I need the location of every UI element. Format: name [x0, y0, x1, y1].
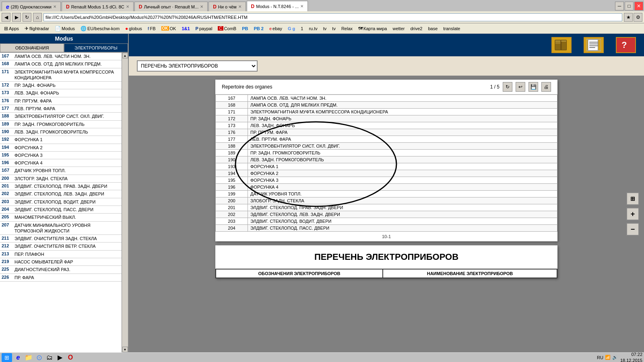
sidebar-list-item[interactable]: 203ЭЛДВИГ. СТЕКЛОПОД. ВОДИТ. ДВЕРИ — [0, 198, 122, 206]
bookmark-base[interactable]: base — [426, 26, 439, 31]
restore-btn[interactable]: □ — [625, 2, 634, 10]
table-row[interactable]: 172ПР. ЗАДН. ФОНАРЬ — [216, 115, 557, 122]
tab-close-modus[interactable]: ✕ — [300, 4, 303, 8]
bookmark-paypal[interactable]: P paypal — [194, 26, 214, 31]
bookmark-eu[interactable]: 🌐 EU/beschw-kom — [79, 25, 121, 32]
pdf-save-btn[interactable]: 💾 — [528, 82, 538, 92]
sidebar-list-item[interactable]: 1б7ДАТЧИК УРОВНЯ ТОПЛ. — [0, 167, 122, 175]
help-icon-btn[interactable]: ? — [616, 37, 636, 53]
tab-r2[interactable]: D Личный опыт · Renault M... ✕ — [134, 2, 208, 11]
table-row[interactable]: 177ЛЕВ. ПРТУМ. ФАРА — [216, 136, 557, 143]
table-row[interactable]: 194ФОРСУНКА 2 — [216, 170, 557, 177]
tools-btn[interactable]: ⚙ — [634, 13, 642, 22]
table-row[interactable]: 202ЭДЛВИГ. СТЕКЛОПОД. ЛЕВ. ЗАДН. ДВЕРИ — [216, 211, 557, 218]
address-input[interactable] — [43, 13, 622, 21]
table-row[interactable]: 171ЭЛЕКТРОМАГНИТНАЯ МУФТА КОМПРЕССОРА КО… — [216, 109, 557, 115]
table-row[interactable]: 203ЭЛДВИГ. СТЕКЛОПОД. ВОДИТ. ДВЕРИ — [216, 218, 557, 225]
bookmark-flightradar[interactable]: ✈ flightradar — [23, 25, 51, 32]
section-dropdown[interactable]: ПЕРЕЧЕНЬ ЭЛЕКТРОПРИБОРОВ — [137, 60, 258, 72]
pdf-back-btn[interactable]: ↩ — [516, 82, 525, 92]
ie-taskbar-icon[interactable]: e — [14, 353, 23, 362]
bookmark-rutv[interactable]: ru.tv — [307, 26, 319, 31]
files-taskbar-icon[interactable]: 🗂 — [45, 353, 54, 362]
pdf-viewer[interactable]: Repertoire des organes 1 / 5 ↻ ↩ 💾 🖨 167… — [129, 76, 644, 352]
opera-taskbar-icon[interactable]: O — [66, 353, 75, 362]
forward-btn[interactable]: ▶ — [12, 13, 21, 22]
bookmark-modus[interactable]: 📄 Modus — [53, 25, 76, 32]
sidebar-devices-btn[interactable]: ЭЛЕКТРОПРИБОРЫ — [64, 43, 128, 52]
bookmark-tv2[interactable]: tv — [330, 26, 337, 31]
tab-close-ok[interactable]: ✕ — [53, 4, 56, 9]
favorites-btn[interactable]: ★ — [624, 13, 633, 22]
document-icon-btn[interactable] — [584, 37, 604, 53]
bookmark-gg[interactable]: G g — [286, 26, 297, 31]
bookmark-pb[interactable]: PB — [240, 26, 250, 31]
pdf-print-btn[interactable]: 🖨 — [541, 82, 551, 92]
minimize-btn[interactable]: ─ — [615, 2, 624, 10]
bookmark-pb2[interactable]: PB 2 — [252, 26, 265, 31]
sidebar-list-item[interactable]: 226ПР. ФАРА — [0, 274, 122, 282]
zoom-fit-btn[interactable]: ⊞ — [626, 192, 639, 205]
sidebar-list-item[interactable]: 200ЗЛСТОГР. ЗАДН. СТЕКЛА — [0, 175, 122, 183]
reload-btn[interactable]: ↻ — [23, 13, 31, 22]
table-row[interactable]: 189ПР. ЗАДН. ГРОМКОГОВОРИТЕЛЬ — [216, 150, 557, 156]
book-icon-btn[interactable] — [551, 37, 572, 53]
sidebar-list-item[interactable]: 172ПР. ЗАДН. ФОНАРЬ — [0, 82, 122, 89]
scroll-up-arrow[interactable]: ▲ — [122, 53, 128, 58]
bookmark-ebay[interactable]: e ebay — [268, 26, 284, 31]
bookmark-1[interactable]: 1 — [299, 26, 305, 31]
sidebar-list-item[interactable]: 225ДИАГНОСТИЧЕСКИЙ РАЗ. — [0, 266, 122, 274]
bookmark-comb[interactable]: C ComB — [216, 26, 238, 31]
sidebar-list-item[interactable]: 173ЛЕВ. ЗАДН. ФОНАРЬ — [0, 89, 122, 97]
table-row[interactable]: 204ЭЛДВИГ. СТЕКЛОПОД. ПАСС. ДВЕРИ — [216, 225, 557, 232]
sidebar-list-item[interactable]: 195ФОРСУНКА 3 — [0, 152, 122, 159]
sidebar-scrollbar[interactable]: ▲ ▼ — [122, 53, 128, 352]
tab-modus[interactable]: D Modus - N.T.8246 - ... ✕ — [247, 1, 308, 11]
zoom-out-btn[interactable]: − — [626, 223, 639, 236]
tab-niochem[interactable]: D Ни о чём ✕ — [208, 2, 246, 11]
bookmark-tv[interactable]: tv — [322, 26, 328, 31]
media-taskbar-icon[interactable]: ▶ — [56, 353, 64, 362]
table-row[interactable]: 173ЛЕВ. ЗАДН. ФОНАРЬ — [216, 122, 557, 129]
sidebar-list-item[interactable]: 219НАСОС ОМЫВАТЕЛЕЙ ФАР — [0, 258, 122, 266]
bookmark-drive2[interactable]: drive2 — [409, 26, 424, 31]
bookmark-fb[interactable]: f FB — [146, 26, 157, 31]
bookmark-relax[interactable]: Relax — [340, 26, 354, 31]
sidebar-list-item[interactable]: 212ЭЛДВИГ. ОЧИСТИТЕЛЯ ВЕТР. СТЕКЛА — [0, 243, 122, 250]
table-row[interactable]: 196ФОРСУНКА 4 — [216, 184, 557, 191]
close-btn[interactable]: ✕ — [634, 2, 643, 10]
sidebar-list-item[interactable]: 201ЭЛДВИГ. СТЕКЛОПОД. ПРАВ. ЗАДН. ДВЕРИ — [0, 183, 122, 190]
sidebar-list-item[interactable]: 204ЭЛДВИГ. СТЕКЛОПОД. ПАСС. ДВЕРИ — [0, 206, 122, 214]
sidebar-list-item[interactable]: 213ПЕР. ПЛАФОН — [0, 251, 122, 258]
folder-taskbar-icon[interactable]: 📁 — [24, 353, 33, 362]
table-row[interactable]: 195ФОРСУНКА 3 — [216, 177, 557, 184]
table-row[interactable]: 167ЛАМПА ОСВ. ЛЕВ. ЧАСТИ НОМ. ЗН. — [216, 95, 557, 102]
sidebar-list-item[interactable]: 167ЛАМПА ОСВ. ЛЕВ. ЧАСТИ НОМ. ЗН. — [0, 53, 122, 60]
pdf-refresh-btn[interactable]: ↻ — [503, 82, 512, 92]
sidebar-list-item[interactable]: 192ФОРСУНКА 1 — [0, 136, 122, 144]
sidebar-list-item[interactable]: 190ЛЕВ. ЗАДН. ГРОМКОГОВОРИТЕЛЬ — [0, 128, 122, 136]
sidebar-list-item[interactable]: 189ПР. ЗАДН. ГРОМКОГОВОРИТЕЛЬ — [0, 121, 122, 128]
chrome-taskbar-icon[interactable]: ⊙ — [35, 353, 43, 362]
bookmark-translate[interactable]: translate — [442, 26, 462, 31]
back-btn[interactable]: ◀ — [2, 13, 10, 22]
sidebar-list-item[interactable]: 168ЛАМПА ОСВ. ОТД. ДЛЯ МЕЛКИХ ПРЕДМ. — [0, 60, 122, 68]
start-windows-icon[interactable]: ⊞ — [2, 353, 12, 362]
zoom-in-btn[interactable]: + — [626, 208, 639, 220]
table-row[interactable]: 188ЭЛЕКТРОВЕНТИЛЯТОР СИСТ. ОХЛ. ДВИГ. — [216, 143, 557, 150]
table-row[interactable]: 193ФОРСУНКА 1 — [216, 163, 557, 170]
tab-r1[interactable]: D Renault Modus 1.5 dCi. 8С ✕ — [62, 2, 134, 11]
sidebar-list-item[interactable]: 177ЛЕВ. ПРТУМ. ФАРА — [0, 105, 122, 113]
tab-close-r1[interactable]: ✕ — [126, 4, 129, 9]
sidebar-list-item[interactable]: 211ЭЛДВИГ. ОЧИСТИТЕЛЯ ЗАДН. СТЕКЛА — [0, 235, 122, 243]
sidebar-list-item[interactable]: 196ФОРСУНКА 4 — [0, 159, 122, 167]
sidebar-designations-btn[interactable]: ОБОЗНАЧЕНИЯ — [0, 43, 64, 52]
tab-close-r2[interactable]: ✕ — [200, 4, 203, 9]
table-row[interactable]: 190ЛЕВ. ЗАДН. ГРОМКОГОВОРИТЕЛЬ — [216, 156, 557, 163]
sidebar-list-item[interactable]: 176ПР. ПРТУМ. ФАРА — [0, 97, 122, 105]
sidebar-list-item[interactable]: 194ФОРСУНКА 2 — [0, 144, 122, 152]
tab-close-niochem[interactable]: ✕ — [238, 4, 242, 9]
home-btn[interactable]: ⌂ — [33, 13, 42, 22]
table-row[interactable]: 168ЛАМПА ОСВ. ОТД. ДЛЯ МЕЛКИХ ПРЕДМ. — [216, 102, 557, 109]
bookmark-1and1[interactable]: 1&1 — [180, 26, 191, 31]
